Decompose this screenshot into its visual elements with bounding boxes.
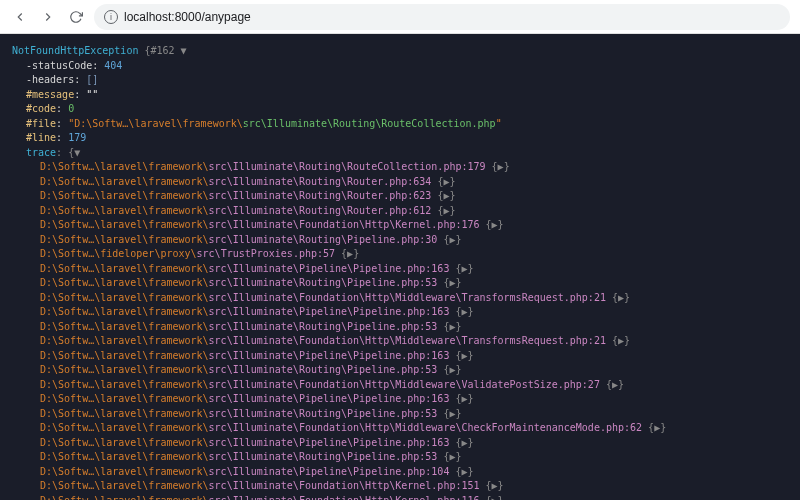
trace-line[interactable]: D:\Softw…\laravel\framework\src\Illumina… xyxy=(12,160,788,175)
info-icon[interactable]: i xyxy=(104,10,118,24)
back-button[interactable] xyxy=(10,7,30,27)
trace-line[interactable]: D:\Softw…\laravel\framework\src\Illumina… xyxy=(12,334,788,349)
trace-line[interactable]: D:\Softw…\laravel\framework\src\Illumina… xyxy=(12,233,788,248)
trace-line[interactable]: D:\Softw…\laravel\framework\src\Illumina… xyxy=(12,276,788,291)
trace-line[interactable]: D:\Softw…\laravel\framework\src\Illumina… xyxy=(12,175,788,190)
exception-header[interactable]: NotFoundHttpException {#162 ▼ xyxy=(12,44,788,59)
address-bar[interactable]: i localhost:8000/anypage xyxy=(94,4,790,30)
trace-line[interactable]: D:\Softw…\laravel\framework\src\Illumina… xyxy=(12,349,788,364)
prop-line: #line: 179 xyxy=(12,131,788,146)
debug-pane: NotFoundHttpException {#162 ▼ -statusCod… xyxy=(0,34,800,500)
exception-name: NotFoundHttpException xyxy=(12,45,138,56)
trace-line[interactable]: D:\Softw…\laravel\framework\src\Illumina… xyxy=(12,378,788,393)
browser-toolbar: i localhost:8000/anypage xyxy=(0,0,800,34)
trace-line[interactable]: D:\Softw…\laravel\framework\src\Illumina… xyxy=(12,479,788,494)
trace-line[interactable]: D:\Softw…\laravel\framework\src\Illumina… xyxy=(12,218,788,233)
trace-line[interactable]: D:\Softw…\fideloper\proxy\src\TrustProxi… xyxy=(12,247,788,262)
trace-line[interactable]: D:\Softw…\laravel\framework\src\Illumina… xyxy=(12,291,788,306)
reload-button[interactable] xyxy=(66,7,86,27)
trace-line[interactable]: D:\Softw…\laravel\framework\src\Illumina… xyxy=(12,465,788,480)
trace-line[interactable]: D:\Softw…\laravel\framework\src\Illumina… xyxy=(12,189,788,204)
exception-hash: {#162 ▼ xyxy=(144,45,186,56)
prop-trace[interactable]: trace: {▼ xyxy=(12,146,788,161)
trace-line[interactable]: D:\Softw…\laravel\framework\src\Illumina… xyxy=(12,363,788,378)
trace-line[interactable]: D:\Softw…\laravel\framework\src\Illumina… xyxy=(12,436,788,451)
prop-code: #code: 0 xyxy=(12,102,788,117)
trace-line[interactable]: D:\Softw…\laravel\framework\src\Illumina… xyxy=(12,320,788,335)
trace-line[interactable]: D:\Softw…\laravel\framework\src\Illumina… xyxy=(12,392,788,407)
prop-headers: -headers: [] xyxy=(12,73,788,88)
trace-line[interactable]: D:\Softw…\laravel\framework\src\Illumina… xyxy=(12,204,788,219)
trace-line[interactable]: D:\Softw…\laravel\framework\src\Illumina… xyxy=(12,262,788,277)
prop-file: #file: "D:\Softw…\laravel\framework\src\… xyxy=(12,117,788,132)
trace-line[interactable]: D:\Softw…\laravel\framework\src\Illumina… xyxy=(12,305,788,320)
trace-line[interactable]: D:\Softw…\laravel\framework\src\Illumina… xyxy=(12,494,788,501)
trace-line[interactable]: D:\Softw…\laravel\framework\src\Illumina… xyxy=(12,421,788,436)
forward-button[interactable] xyxy=(38,7,58,27)
trace-line[interactable]: D:\Softw…\laravel\framework\src\Illumina… xyxy=(12,450,788,465)
prop-statuscode: -statusCode: 404 xyxy=(12,59,788,74)
url-text: localhost:8000/anypage xyxy=(124,10,251,24)
trace-line[interactable]: D:\Softw…\laravel\framework\src\Illumina… xyxy=(12,407,788,422)
prop-message: #message: "" xyxy=(12,88,788,103)
